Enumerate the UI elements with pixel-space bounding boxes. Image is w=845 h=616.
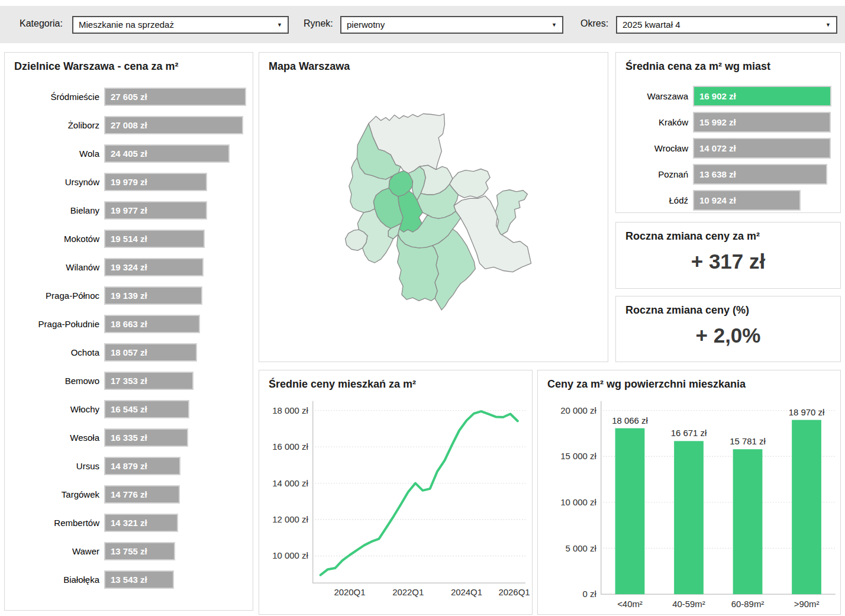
bar-category-label: Włochy — [11, 404, 104, 414]
bar[interactable]: 16 902 zł — [693, 86, 831, 107]
bar-row-bielany: Bielany19 977 zł — [11, 201, 248, 220]
x-axis-category-label: >90m² — [794, 599, 820, 609]
bar[interactable]: 14 879 zł — [104, 457, 180, 475]
bar[interactable]: 19 139 zł — [104, 286, 202, 305]
bar-category-label: Mokotów — [11, 234, 104, 244]
bar-value-label: 19 977 zł — [105, 205, 147, 215]
bar-row-ursynów: Ursynów19 979 zł — [11, 173, 248, 191]
price-trend-panel: Średnie ceny mieszkań za m² 10 000 zł12 … — [259, 370, 533, 615]
bar-row-wola: Wola24 405 zł — [11, 144, 248, 163]
bar[interactable]: 17 353 zł — [104, 372, 193, 390]
bar-row-łódź: Łódź10 924 zł — [622, 190, 836, 211]
x-axis-category-label: 40-59m² — [672, 599, 705, 609]
bar[interactable]: 19 324 zł — [104, 258, 204, 276]
bar[interactable]: 27 605 zł — [104, 88, 246, 106]
y-axis-tick-label: 5 000 zł — [566, 543, 597, 553]
bar-value-label: 14 879 zł — [105, 461, 147, 471]
y-axis-tick-label: 10 000 zł — [560, 497, 596, 507]
okres-dropdown[interactable]: 2025 kwartał 4 ▼ — [616, 16, 837, 34]
y-axis-tick-label: 18 000 zł — [272, 405, 308, 415]
bar-category-label: Śródmieście — [11, 92, 104, 102]
bar-value-label: 14 321 zł — [105, 518, 147, 528]
price-by-size-panel: Ceny za m² wg powierzchni mieszkania 0 z… — [537, 370, 841, 615]
bar-row-włochy: Włochy16 545 zł — [11, 400, 248, 418]
yearly-change-abs-card: Roczna zmiana ceny za m² + 317 zł — [615, 222, 841, 289]
bar[interactable]: 18 057 zł — [104, 343, 197, 362]
okres-label: Okres: — [580, 18, 608, 29]
bar[interactable]: 10 924 zł — [693, 190, 801, 211]
bar[interactable]: 16 335 zł — [104, 428, 188, 447]
price-by-size-bar-chart: 0 zł5 000 zł10 000 zł15 000 zł20 000 zł1… — [538, 370, 840, 614]
district-shape-wesoła[interactable] — [495, 190, 527, 236]
bar[interactable]: 16 545 zł — [104, 400, 189, 418]
y-axis-tick-label: 0 zł — [583, 589, 597, 599]
x-axis-category-label: 60-89m² — [731, 599, 765, 609]
bar->90m²[interactable] — [792, 420, 821, 595]
bar-category-label: Wesoła — [11, 433, 104, 443]
bar[interactable]: 19 977 zł — [104, 201, 207, 220]
bar-row-wesoła: Wesoła16 335 zł — [11, 428, 248, 447]
kpi-title: Roczna zmiana ceny (%) — [625, 304, 749, 317]
bar-value-label: 18 970 zł — [789, 407, 825, 417]
bar-row-wilanów: Wilanów19 324 zł — [11, 258, 248, 276]
kpi-title: Roczna zmiana ceny za m² — [625, 230, 760, 243]
bar-row-praga-północ: Praga-Północ19 139 zł — [11, 286, 248, 305]
bar[interactable]: 14 776 zł — [104, 485, 180, 504]
bar-value-label: 18 057 zł — [105, 347, 147, 357]
bar[interactable]: 14 072 zł — [693, 138, 831, 159]
bar[interactable]: 14 321 zł — [104, 514, 178, 532]
bar-value-label: 19 324 zł — [105, 262, 147, 272]
bar[interactable]: 13 755 zł — [104, 542, 175, 560]
bar[interactable]: 27 008 zł — [104, 116, 243, 134]
bar-value-label: 15 781 zł — [730, 436, 766, 446]
bar-row-targówek: Targówek14 776 zł — [11, 485, 248, 504]
bar-category-label: Bielany — [11, 205, 104, 215]
districts-panel-title: Dzielnice Warszawa - cena za m² — [14, 60, 178, 73]
rynek-dropdown[interactable]: pierwotny ▼ — [340, 16, 563, 34]
bar-category-label: Bemowo — [11, 376, 104, 386]
bar[interactable]: 19 514 zł — [104, 230, 205, 248]
bar[interactable]: 13 638 zł — [693, 164, 827, 185]
bar-category-label: Wola — [11, 149, 104, 159]
bar[interactable]: 24 405 zł — [104, 144, 230, 163]
price-trend-line[interactable] — [321, 411, 518, 575]
bar-value-label: 19 139 zł — [105, 291, 147, 301]
bar[interactable]: 13 543 zł — [104, 570, 174, 589]
bar[interactable]: 18 663 zł — [104, 315, 200, 333]
bar-category-label: Wrocław — [622, 143, 693, 153]
districts-price-panel: Dzielnice Warszawa - cena za m² Śródmieś… — [4, 52, 253, 611]
bar-category-label: Kraków — [622, 117, 693, 127]
bar-row-wrocław: Wrocław14 072 zł — [622, 138, 836, 159]
bar-value-label: 13 638 zł — [694, 169, 736, 179]
bar-row-bemowo: Bemowo17 353 zł — [11, 372, 248, 390]
map-panel-title: Mapa Warszawa — [269, 60, 350, 73]
bar-category-label: Praga-Północ — [11, 291, 104, 301]
x-axis-tick-label: 2022Q1 — [392, 587, 424, 597]
bar-60-89m²[interactable] — [733, 449, 763, 594]
bar-category-label: Żoliborz — [11, 120, 104, 130]
chevron-down-icon: ▼ — [825, 22, 831, 28]
x-axis-tick-label: 2020Q1 — [334, 587, 365, 597]
bar-category-label: Ursus — [11, 461, 104, 471]
bar-value-label: 13 543 zł — [105, 575, 147, 585]
price-trend-line-chart: 10 000 zł12 000 zł14 000 zł16 000 zł18 0… — [259, 370, 532, 614]
bar-category-label: Warszawa — [622, 91, 693, 101]
cities-price-panel: Średnia cena za m² wg miast Warszawa16 9… — [615, 52, 841, 213]
bar-category-label: Praga-Południe — [11, 319, 104, 329]
x-axis-tick-label: 2026Q1 — [499, 587, 530, 597]
bar-value-label: 27 008 zł — [105, 120, 147, 130]
bar[interactable]: 15 992 zł — [693, 112, 831, 133]
bar-<40m²[interactable] — [615, 428, 645, 594]
bar-40-59m²[interactable] — [674, 441, 704, 594]
bar-row-wawer: Wawer13 755 zł — [11, 542, 248, 560]
bar-row-białołęka: Białołęka13 543 zł — [11, 570, 248, 589]
bar-row-żoliborz: Żoliborz27 008 zł — [11, 116, 248, 134]
warsaw-map-panel: Mapa Warszawa — [259, 52, 608, 362]
bar-row-ursus: Ursus14 879 zł — [11, 457, 248, 475]
rynek-value: pierwotny — [347, 20, 385, 30]
bar-category-label: Rembertów — [11, 518, 104, 528]
kategoria-dropdown[interactable]: Mieszkanie na sprzedaż ▼ — [72, 16, 289, 34]
bar-category-label: Poznań — [622, 169, 693, 179]
bar[interactable]: 19 979 zł — [104, 173, 207, 191]
kpi-value: + 317 zł — [616, 250, 840, 273]
